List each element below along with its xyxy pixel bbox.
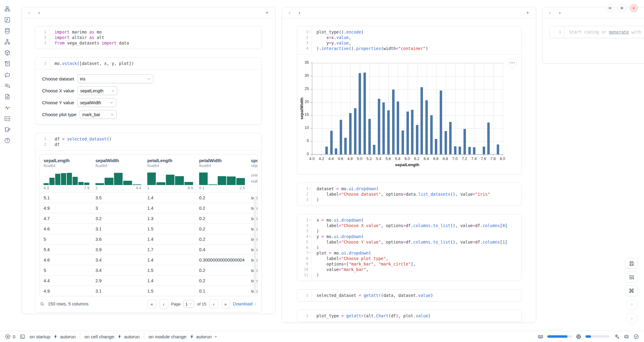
table-row[interactable]: 4.42.91.40.2setosa — [39, 275, 257, 286]
runmode-on-cell-change[interactable]: on cell change:autorun — [84, 334, 140, 339]
logs-search-icon[interactable] — [4, 82, 11, 89]
help-icon[interactable] — [4, 137, 11, 144]
last-page-button[interactable]: » — [221, 299, 230, 308]
line-number: 2 — [297, 223, 313, 228]
settings-gear-icon[interactable] — [618, 4, 626, 12]
file-tree-icon[interactable] — [4, 5, 11, 12]
memory-usage-meter — [547, 335, 572, 338]
chat-bot-icon[interactable] — [4, 71, 11, 78]
runmode-on-startup[interactable]: on startup:autorun — [30, 334, 76, 339]
run-icon[interactable] — [626, 313, 637, 324]
control-row: Choose Y valuesepalWidth — [42, 98, 255, 107]
code-editor-plot-encode[interactable]: 1∨plot_type().encode(2 x=x.value,3 y=y.v… — [297, 26, 521, 54]
stop-icon[interactable] — [626, 299, 637, 310]
column-name[interactable]: petalWidth — [199, 158, 251, 163]
chart-bar — [344, 138, 347, 155]
chart-bar — [387, 110, 390, 155]
column-name[interactable]: species — [251, 158, 258, 163]
activity-icon[interactable] — [4, 104, 11, 111]
layout-icon[interactable] — [625, 272, 638, 283]
line-number: 1 — [35, 136, 51, 142]
snippets-icon[interactable] — [4, 115, 11, 122]
download-button[interactable]: Download — [233, 301, 257, 306]
command-icon[interactable]: ⌘ — [625, 285, 638, 296]
dropdown-choose-x-value[interactable]: sepalLength — [77, 86, 117, 95]
code-editor-empty[interactable]: 1Start coding or generate with — [550, 26, 644, 38]
chart-plot-area[interactable] — [312, 63, 503, 155]
y-tick-label: 35 — [297, 60, 309, 65]
chevron-left-icon[interactable]: ‹ — [549, 10, 551, 15]
prev-page-button[interactable]: ‹ — [159, 299, 168, 308]
errors-indicator[interactable]: 0 — [5, 334, 15, 340]
add-cell-button[interactable]: + — [266, 10, 268, 15]
table-row[interactable]: 5.43.91.70.4setosa — [39, 244, 257, 255]
code-editor-imports[interactable]: 1import marimo as mo2import altair as al… — [35, 26, 261, 49]
chevron-left-icon[interactable]: ‹ — [28, 10, 30, 15]
chart-bar — [420, 87, 423, 155]
column-dtype: object — [251, 163, 258, 168]
column-name[interactable]: sepalLength — [44, 158, 95, 163]
column-1-header: ‹ › + — [22, 7, 275, 19]
cell-imports: 1import marimo as mo2import altair as al… — [35, 26, 262, 49]
table-row[interactable]: 53.41.50.2setosa — [39, 265, 257, 275]
add-cell-button[interactable]: + — [526, 10, 529, 15]
chart-bar — [459, 147, 461, 155]
search-icon[interactable] — [40, 301, 45, 307]
line-number: 11 — [297, 272, 313, 278]
script-icon[interactable] — [4, 60, 11, 67]
menu-icon[interactable] — [606, 4, 614, 12]
dropdown-choose-plot-type[interactable]: mark_bar — [80, 110, 117, 119]
chevron-right-icon[interactable]: › — [299, 10, 300, 15]
chevron-right-icon[interactable]: › — [559, 10, 560, 15]
code-editor-selected-dataset[interactable]: 1selected_dataset = getattr(data, datase… — [297, 290, 521, 301]
line-number: 1 — [35, 29, 51, 35]
table-row[interactable]: 53.61.40.2setosa — [39, 234, 257, 244]
table-row[interactable]: 4.63.11.50.2setosa — [39, 223, 257, 234]
scratchpad-icon[interactable] — [4, 126, 11, 133]
terminal-icon[interactable] — [20, 334, 25, 340]
table-scrollbar[interactable] — [254, 196, 256, 295]
chevron-left-icon[interactable]: ‹ — [289, 10, 290, 15]
chart-bar — [449, 122, 452, 155]
dropdown-choose-y-value[interactable]: sepalWidth — [77, 98, 116, 107]
line-number: 1 — [297, 293, 313, 298]
line-number: 8 — [297, 256, 313, 261]
function-icon[interactable] — [4, 16, 11, 23]
first-page-button[interactable]: « — [147, 299, 156, 308]
connected-check-icon[interactable] — [633, 334, 639, 340]
code-editor-xy-plot-dropdowns[interactable]: 1∨x = mo.ui.dropdown(2 label="Choose X v… — [297, 214, 521, 281]
chart-bar — [463, 129, 466, 155]
table-row[interactable]: 4.73.21.30.2setosa — [39, 213, 257, 223]
line-number: 1 — [297, 313, 313, 319]
dropdown-choose-dataset[interactable]: iris — [77, 74, 153, 83]
code-editor-df[interactable]: 1df = selected_dataset()2df — [35, 133, 261, 150]
page-select[interactable]: 1 — [183, 300, 194, 308]
table-row[interactable]: 5.13.51.40.2setosa — [39, 192, 257, 203]
chart-output[interactable]: sepalWidth sepalLength 4.04.24.44.64.85.… — [297, 54, 521, 174]
code-editor-dataset-dropdown[interactable]: 1∨dataset = mo.ui.dropdown(2 label="Choo… — [297, 183, 521, 205]
copilot-icon[interactable] — [624, 334, 629, 340]
code-editor-vstack[interactable]: 1mo.vstack([dataset, x, y, plot]) — [35, 58, 261, 69]
ai-sparkles-icon[interactable] — [614, 334, 620, 340]
chart-menu-button[interactable] — [508, 58, 517, 67]
save-icon[interactable] — [625, 258, 638, 269]
cell-vstack: 1mo.vstack([dataset, x, y, plot]) Choose… — [35, 57, 262, 125]
package-icon[interactable] — [4, 49, 11, 56]
column-name[interactable]: sepalWidth — [95, 158, 147, 163]
column-name[interactable]: petalLength — [147, 158, 199, 163]
code-editor-plot-type[interactable]: 1plot_type = getattr(alt.Chart(df), plot… — [297, 310, 521, 322]
table-row[interactable]: 4.63.41.40.30000000000000004setosa — [39, 255, 257, 265]
database-icon[interactable] — [4, 27, 11, 34]
line-number: 2 — [35, 35, 51, 40]
table-row[interactable]: 4.93.11.50.1setosa — [39, 286, 257, 296]
dependency-graph-icon[interactable] — [4, 38, 11, 45]
chevron-right-icon[interactable]: › — [38, 10, 40, 15]
next-page-button[interactable]: › — [209, 299, 218, 308]
cell-empty-scratch: 1Start coding or generate with — [550, 26, 644, 38]
close-icon[interactable] — [630, 4, 638, 12]
runmode-on-module-change[interactable]: on module change:autorun — [148, 334, 218, 339]
chart-bar — [378, 99, 380, 155]
chart-bar — [363, 73, 366, 155]
table-row[interactable]: 4.931.40.2setosa — [39, 203, 257, 213]
document-icon[interactable] — [4, 93, 11, 100]
